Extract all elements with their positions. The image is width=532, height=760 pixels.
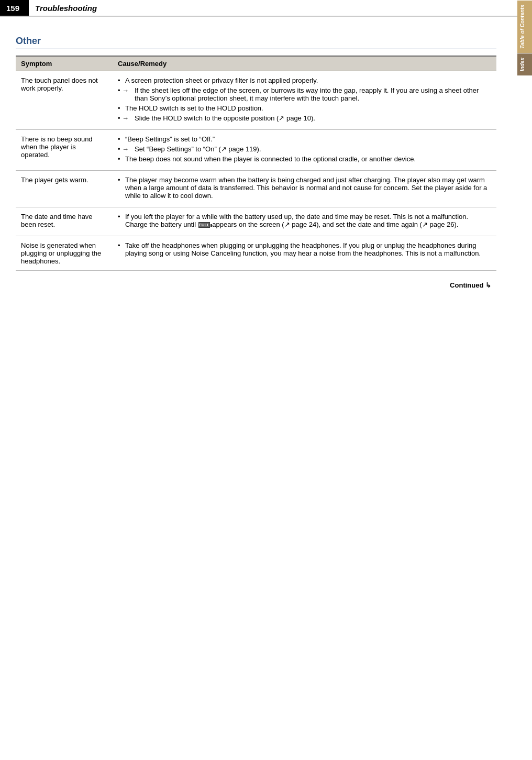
col-header-symptom: Symptom <box>16 56 113 71</box>
symptom-cell: The player gets warm. <box>16 171 113 207</box>
cause-cell: A screen protection sheet or privacy fil… <box>113 71 496 130</box>
cause-cell: “Beep Settings” is set to “Off.”→Set “Be… <box>113 130 496 171</box>
continued-arrow: ↳ <box>485 281 491 289</box>
table-row: The player gets warm.The player may beco… <box>16 171 496 207</box>
table-row: There is no beep sound when the player i… <box>16 130 496 171</box>
cause-item: “Beep Settings” is set to “Off.” <box>118 135 491 143</box>
table-row: The date and time have been reset.If you… <box>16 207 496 236</box>
symptom-cell: Noise is generated when plugging or unpl… <box>16 236 113 271</box>
tab-index[interactable]: Index <box>517 53 532 75</box>
cause-item: →Set “Beep Settings” to “On” (↗ page 119… <box>118 145 491 153</box>
cause-cell: If you left the player for a while with … <box>113 207 496 236</box>
tab-table-of-contents[interactable]: Table of Contents <box>517 0 532 53</box>
cause-item: The HOLD switch is set to the HOLD posit… <box>118 104 491 112</box>
section-heading: Other <box>16 36 496 49</box>
page-container: 159 Troubleshooting Table of Contents In… <box>0 0 532 760</box>
page-header: 159 Troubleshooting <box>0 0 532 17</box>
page-title: Troubleshooting <box>29 0 103 16</box>
cause-item: →Slide the HOLD switch to the opposite p… <box>118 114 491 122</box>
cause-cell: The player may become warm when the batt… <box>113 171 496 207</box>
cause-item: A screen protection sheet or privacy fil… <box>118 76 491 84</box>
cause-cell: Take off the headphones when plugging or… <box>113 236 496 271</box>
page-number: 159 <box>0 0 29 16</box>
main-content: Other Symptom Cause/Remedy The touch pan… <box>0 17 517 300</box>
table-row: The touch panel does not work properly.A… <box>16 71 496 130</box>
side-tabs: Table of Contents Index <box>517 0 532 157</box>
symptom-cell: There is no beep sound when the player i… <box>16 130 113 171</box>
cause-item: If you left the player for a while with … <box>118 213 491 228</box>
continued-label: Continued ↳ <box>16 281 496 289</box>
table-row: Noise is generated when plugging or unpl… <box>16 236 496 271</box>
col-header-cause: Cause/Remedy <box>113 56 496 71</box>
cause-item: Take off the headphones when plugging or… <box>118 241 491 257</box>
symptom-cell: The touch panel does not work properly. <box>16 71 113 130</box>
cause-item: The player may become warm when the batt… <box>118 176 491 200</box>
cause-item: →If the sheet lies off the edge of the s… <box>118 86 491 102</box>
cause-item: The beep does not sound when the player … <box>118 155 491 163</box>
symptom-cell: The date and time have been reset. <box>16 207 113 236</box>
trouble-table: Symptom Cause/Remedy The touch panel doe… <box>16 56 496 271</box>
